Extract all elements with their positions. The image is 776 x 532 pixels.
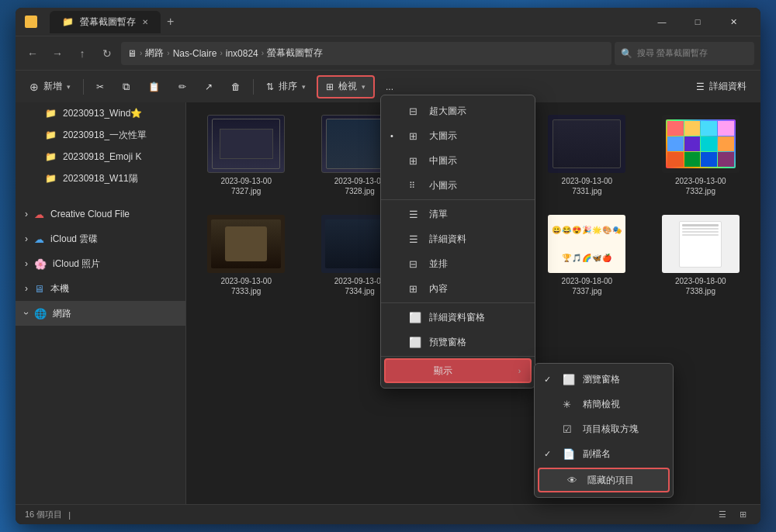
breadcrumb-network[interactable]: 網路 [145, 47, 164, 60]
file-item-7[interactable]: 2023-09-13-007334.jpg [306, 209, 413, 302]
breadcrumb-folder[interactable]: inx0824 [226, 48, 258, 59]
sidebar-label-1: 20230913_Wind⭐ [63, 108, 142, 119]
file-item-5[interactable]: 2023-09-13-007332.jpg [647, 109, 754, 202]
new-label: 新增 [43, 80, 62, 93]
folder-icon-2: 📁 [45, 130, 57, 140]
more-button[interactable]: ... [378, 75, 401, 98]
cut-icon: ✂ [96, 81, 104, 92]
sidebar-item-folder-4[interactable]: 📁 20230918_W11陽 [16, 168, 185, 189]
file-thumb-3 [435, 115, 512, 173]
sidebar-label-photos: iCloud 照片 [53, 257, 100, 271]
tab-close-button[interactable]: ✕ [142, 18, 148, 26]
sort-arrow: ▾ [302, 83, 306, 91]
new-tab-button[interactable]: + [161, 15, 180, 29]
forward-button[interactable]: → [47, 43, 68, 64]
explorer-window: 📁 螢幕截圖暫存 ✕ + — □ ✕ ← → ↑ ↻ 🖥 › 網路 › Nas-… [16, 8, 760, 524]
copy-button[interactable]: ⧉ [115, 75, 137, 98]
new-arrow: ▾ [67, 83, 71, 91]
tab-title: 螢幕截圖暫存 [80, 16, 136, 29]
expand-icon-network: › [21, 312, 32, 315]
file-name-7: 2023-09-13-007334.jpg [334, 276, 386, 296]
file-item-3[interactable]: 2023-09-13-007329.jpg [420, 109, 527, 202]
main-content: 📁 20230913_Wind⭐ 📁 20230918_一次性單 📁 20230… [16, 102, 760, 504]
sort-button[interactable]: ⇅ 排序 ▾ [258, 75, 314, 98]
close-button[interactable]: ✕ [715, 8, 751, 36]
detail-label: 詳細資料 [709, 80, 747, 93]
expand-icon-icloud: › [25, 233, 28, 244]
view-mode-grid-button[interactable]: ⊞ [734, 507, 751, 523]
more-icon: ... [386, 81, 393, 92]
search-placeholder: 搜尋 螢幕截圖暫存 [637, 47, 708, 59]
delete-button[interactable]: 🗑 [223, 75, 248, 98]
sidebar-label-network: 網路 [53, 307, 71, 320]
sidebar-item-network[interactable]: › 🌐 網路 [16, 301, 185, 326]
file-item-4[interactable]: 2023-09-13-007331.jpg [533, 109, 640, 202]
active-tab[interactable]: 📁 螢幕截圖暫存 ✕ [50, 11, 161, 33]
maximize-button[interactable]: □ [680, 8, 715, 36]
file-item-1[interactable]: 2023-09-13-007327.jpg [192, 109, 300, 202]
file-name-6: 2023-09-13-007333.jpg [220, 276, 272, 296]
file-thumb-1 [207, 115, 285, 173]
up-button[interactable]: ↑ [71, 43, 93, 64]
detail-button[interactable]: ☰ 詳細資料 [688, 75, 754, 98]
sidebar-item-folder-1[interactable]: 📁 20230913_Wind⭐ [16, 102, 185, 124]
file-name-2: 2023-09-13-007328.jpg [334, 176, 386, 196]
view-label: 檢視 [338, 80, 357, 93]
file-name-3: 2023-09-13-007329.jpg [448, 176, 499, 196]
file-item-2[interactable]: 2023-09-13-007328.jpg [306, 109, 413, 202]
minimize-button[interactable]: — [644, 8, 680, 36]
file-item-8[interactable]: 2023-09-13-00...jpg [420, 209, 527, 302]
computer-icon: 🖥 [34, 283, 44, 295]
folder-icon-1: 📁 [45, 108, 57, 119]
sidebar-item-local[interactable]: › 🖥 本機 [16, 276, 185, 301]
sidebar-item-icloud-drive[interactable]: › ☁ iCloud 雲碟 [16, 226, 185, 251]
sidebar-item-creative-cloud[interactable]: › ☁ Creative Cloud File [16, 202, 185, 226]
search-icon: 🔍 [621, 48, 632, 59]
sidebar-item-folder-2[interactable]: 📁 20230918_一次性單 [16, 124, 185, 146]
refresh-button[interactable]: ↻ [96, 43, 118, 64]
view-button[interactable]: ⊞ 檢視 ▾ [317, 75, 375, 98]
file-thumb-10 [662, 215, 740, 273]
file-name-9: 2023-09-18-007337.jpg [562, 276, 613, 296]
sidebar-item-icloud-photos[interactable]: › 🌸 iCloud 照片 [16, 251, 185, 276]
new-icon: ⊕ [29, 81, 39, 93]
view-mode-list-button[interactable]: ☰ [714, 507, 731, 523]
paste-icon: 📋 [148, 81, 160, 92]
new-button[interactable]: ⊕ 新增 ▾ [22, 75, 78, 98]
file-item-6[interactable]: 2023-09-13-007333.jpg [192, 209, 300, 302]
rename-button[interactable]: ✏ [171, 75, 194, 98]
tab-folder-icon: 📁 [62, 16, 74, 27]
detail-icon: ☰ [696, 81, 705, 92]
sidebar-item-folder-3[interactable]: 📁 20230918_Emoji K [16, 146, 185, 168]
expand-icon-cc: › [25, 209, 28, 219]
file-name-4: 2023-09-13-007331.jpg [562, 176, 613, 196]
file-name-5: 2023-09-13-007332.jpg [675, 176, 726, 196]
address-bar[interactable]: 🖥 › 網路 › Nas-Claire › inx0824 › 螢幕截圖暫存 [121, 42, 611, 65]
expand-icon-local: › [25, 283, 28, 294]
cut-button[interactable]: ✂ [88, 75, 112, 98]
sidebar-label-icloud: iCloud 雲碟 [50, 233, 98, 246]
share-icon: ↗ [205, 81, 213, 92]
paste-button[interactable]: 📋 [140, 75, 168, 98]
cc-icon: ☁ [34, 209, 44, 220]
file-name-10: 2023-09-18-007338.jpg [675, 276, 726, 296]
file-item-9[interactable]: 😀😂😍🎉 🌟🎨🎭🏆 🎵🌈🦋🍎 2023-09-18-007337.jpg [533, 209, 640, 302]
sidebar-label-local: 本機 [50, 282, 69, 295]
breadcrumb-current[interactable]: 螢幕截圖暫存 [267, 47, 323, 60]
item-count: 16 個項目 [25, 509, 62, 520]
share-button[interactable]: ↗ [197, 75, 220, 98]
photos-icon: 🌸 [34, 258, 47, 270]
file-item-10[interactable]: 2023-09-18-007338.jpg [647, 209, 754, 302]
breadcrumb-nas[interactable]: Nas-Claire [173, 48, 217, 59]
location-icon: 🖥 [127, 48, 137, 59]
copy-icon: ⧉ [123, 81, 130, 93]
delete-icon: 🗑 [231, 81, 241, 92]
icloud-icon: ☁ [34, 233, 44, 245]
file-thumb-5 [662, 115, 740, 173]
view-mode-controls: ☰ ⊞ [714, 507, 751, 523]
view-arrow: ▾ [362, 83, 365, 91]
toolbar: ⊕ 新增 ▾ ✂ ⧉ 📋 ✏ ↗ 🗑 ⇅ 排序 ▾ ⊞ 檢視 [16, 70, 760, 102]
back-button[interactable]: ← [22, 43, 43, 64]
folder-icon-4: 📁 [45, 173, 57, 184]
search-box[interactable]: 🔍 搜尋 螢幕截圖暫存 [615, 42, 754, 65]
